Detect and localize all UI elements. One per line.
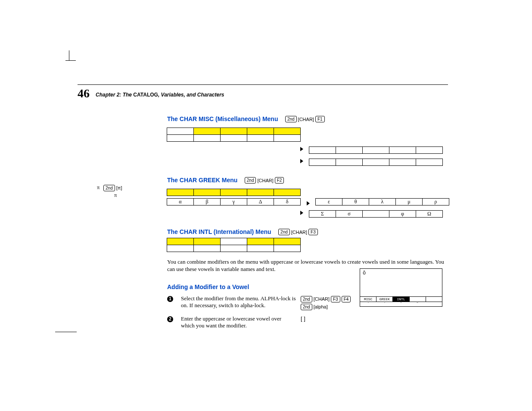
greek-mu: μ: [395, 198, 423, 206]
key-f1: F1: [315, 116, 325, 122]
key-sequence: 2nd [CHAR] F3: [278, 229, 318, 235]
step-text: Select the modifier from the menu. ALPHA…: [181, 295, 296, 310]
key-2nd: 2nd: [285, 116, 297, 122]
running-header: 46 Chapter 2: The CATALOG, Variables, an…: [78, 86, 448, 100]
calc-sub-1: ´: [360, 302, 376, 306]
greek-phi: φ: [389, 210, 416, 218]
key-char-label: [CHAR]: [314, 296, 330, 302]
misc-grid-left: [167, 128, 301, 142]
step-bracket: [ ]: [301, 315, 357, 329]
greek-delta-cap: Δ: [247, 198, 274, 206]
step-text: Enter the uppercase or lowercase vowel o…: [181, 315, 296, 329]
greek-delta: δ: [274, 198, 301, 206]
section-greek: The CHAR GREEK Menu 2nd [CHAR] F2 α β γ …: [167, 176, 446, 218]
margin-note: π 2nd [π] π: [97, 184, 122, 199]
section-heading: The CHAR INTL (International) Menu: [167, 228, 271, 235]
greek-omega-cap: Ω: [416, 210, 443, 218]
step-row: 2 Enter the uppercase or lowercase vowel…: [167, 315, 446, 329]
greek-alpha: α: [167, 198, 194, 206]
key-2nd: 2nd: [103, 185, 115, 191]
greek-sigma-cap: Σ: [309, 210, 336, 218]
greek-lambda: λ: [369, 198, 396, 206]
continue-arrow-icon: [300, 211, 303, 215]
chapter-prefix: Chapter 2: The: [96, 92, 133, 98]
section-intl: The CHAR INTL (International) Menu 2nd […: [167, 228, 446, 273]
greek-grid-r1: ε θ λ μ ρ: [316, 199, 449, 206]
key-f3: F3: [308, 229, 318, 235]
section-heading: The CHAR MISC (Miscellaneous) Menu: [167, 115, 278, 122]
step-number-icon: 2: [167, 316, 173, 322]
greek-grid-top: [167, 189, 301, 196]
key-2nd: 2nd: [301, 304, 312, 310]
key-alpha-label: [alpha]: [314, 304, 328, 309]
crop-mark: [55, 332, 77, 342]
calc-sub-3: ˆ: [393, 302, 409, 306]
calc-menu-5: [426, 297, 442, 302]
continue-arrow-icon: [300, 159, 303, 163]
margin-pi-2: π: [97, 192, 122, 199]
continue-arrow-icon: [307, 201, 310, 206]
greek-beta: β: [193, 198, 221, 206]
key-char-label: [CHAR]: [257, 178, 273, 183]
step-number-icon: 1: [167, 296, 173, 302]
key-sequence: 2nd [CHAR] F2: [245, 177, 284, 184]
section-misc: The CHAR MISC (Miscellaneous) Menu 2nd […: [167, 115, 446, 166]
key-f2: F2: [275, 177, 284, 184]
page-number: 46: [78, 87, 90, 100]
misc-grid-r2: [309, 159, 443, 166]
calc-display: ō: [360, 269, 442, 296]
calc-menu-4: [410, 297, 426, 302]
chapter-title: Chapter 2: The CATALOG, Variables, and C…: [96, 92, 224, 98]
key-f4: F4: [342, 296, 351, 302]
section-heading: Adding a Modifier to a Vowel: [167, 283, 249, 290]
key-sequence: 2nd [CHAR] F1: [285, 116, 325, 122]
calc-menu-misc: MISC: [360, 297, 376, 302]
misc-grid-r1: [309, 147, 443, 154]
greek-grid-r2: Σ σ φ Ω: [309, 211, 443, 218]
greek-rho: ρ: [422, 198, 449, 206]
section-heading: The CHAR GREEK Menu: [167, 177, 237, 184]
step-keys: 2nd [CHAR] F3 F4 2nd [alpha]: [301, 295, 357, 310]
key-char-label: [CHAR]: [291, 230, 307, 235]
key-2nd: 2nd: [278, 229, 290, 235]
greek-epsilon: ε: [315, 198, 342, 206]
greek-gamma: γ: [220, 198, 247, 206]
greek-empty: [362, 210, 389, 218]
greek-sigma: σ: [336, 210, 363, 218]
calc-menu-greek: GREEK: [376, 297, 393, 302]
chapter-suffix: , Variables, and Characters: [158, 92, 224, 98]
calc-sub-5: [426, 302, 442, 306]
greek-grid-left: α β γ Δ δ: [167, 199, 301, 206]
calculator-screenshot: ō MISC GREEK INTL ´ ` ˆ ¨: [360, 268, 442, 307]
key-char-label: [CHAR]: [298, 117, 314, 122]
chapter-catalog: CATALOG: [133, 92, 158, 98]
header-rule: [78, 84, 448, 85]
key-2nd: 2nd: [301, 296, 312, 302]
crop-mark: [65, 60, 76, 71]
greek-theta: θ: [342, 198, 369, 206]
calc-sub-2: `: [376, 302, 393, 306]
calc-sub-4: ¨: [409, 302, 426, 306]
key-pi-label: [π]: [116, 185, 122, 190]
key-f3: F3: [331, 296, 340, 302]
key-2nd: 2nd: [245, 177, 256, 184]
calc-menu-intl: INTL: [393, 297, 409, 302]
calc-sub-row: ´ ` ˆ ¨: [360, 302, 442, 306]
continue-arrow-icon: [300, 147, 303, 151]
calc-menu-row: MISC GREEK INTL: [360, 296, 442, 302]
intl-grid: [167, 238, 446, 252]
margin-pi: π: [97, 184, 100, 190]
